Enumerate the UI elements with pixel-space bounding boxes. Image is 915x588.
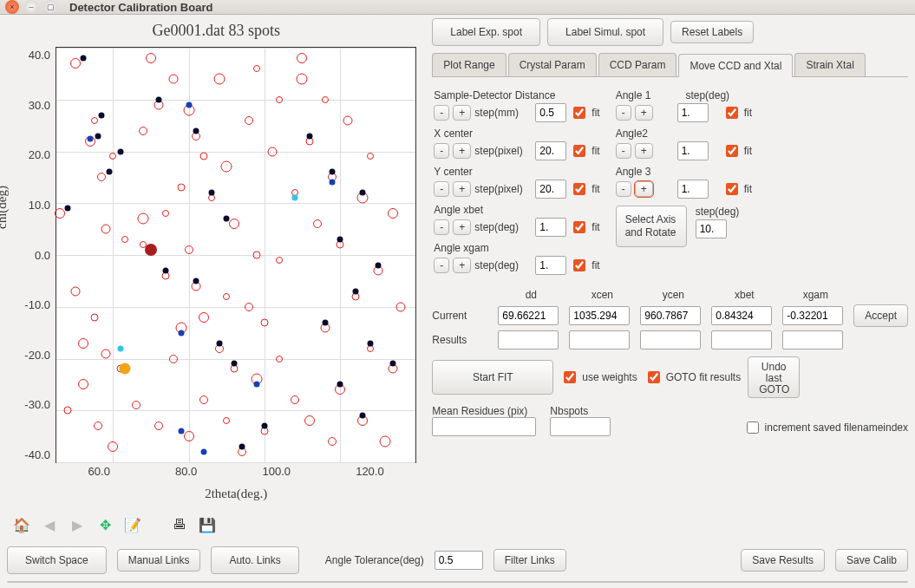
results-xbet[interactable] [711,330,772,350]
reset-labels-button[interactable]: Reset Labels [670,21,754,43]
leftparam-step-2[interactable] [535,180,566,199]
label-exp-spot-button[interactable]: Label Exp. spot [432,18,540,46]
accept-button[interactable]: Accept [853,304,908,327]
plot-point [330,180,336,186]
current-ycen[interactable] [640,306,701,325]
save-results-button[interactable]: Save Results [741,549,825,572]
home-icon[interactable]: 🏠 [12,515,31,534]
leftparam-fit-3[interactable] [573,221,585,233]
angle-minus-2[interactable]: - [616,181,631,197]
config-icon[interactable]: 🖶 [170,515,189,534]
leftparam-step-3[interactable] [535,218,566,237]
angle-minus-0[interactable]: - [616,105,631,121]
results-dd[interactable] [498,330,559,350]
leftparam-minus-2[interactable]: - [434,181,449,197]
angle-tol-input[interactable] [435,551,483,570]
use-weights-checkbox[interactable] [564,371,576,383]
window-close-icon[interactable]: × [5,0,19,14]
angle-fit-2[interactable] [726,183,738,195]
tab-ccd-param[interactable]: CCD Param [598,53,677,76]
leftparam-step-0[interactable] [535,103,566,122]
leftparam-fit-1[interactable] [573,145,585,157]
forward-icon[interactable]: ▶ [68,515,87,534]
plot-point [199,312,209,323]
increment-index-checkbox[interactable] [747,421,759,434]
angle-step-0[interactable] [677,103,709,122]
tab-move-ccd-and-xtal[interactable]: Move CCD and Xtal [678,54,793,77]
auto-links-button[interactable]: Auto. Links [211,546,298,574]
leftparam-minus-4[interactable]: - [434,258,449,273]
current-dd[interactable] [498,306,559,325]
leftparam-plus-4[interactable]: + [453,258,471,273]
leftparam-minus-3[interactable]: - [434,219,449,235]
plot-point [193,127,199,134]
results-xcen[interactable] [569,330,630,350]
tab-crystal-param[interactable]: Crystal Param [508,53,597,76]
leftparam-step-1[interactable] [535,141,566,160]
angle-plus-2[interactable]: + [635,181,653,197]
back-icon[interactable]: ◀ [40,515,59,534]
filter-links-button[interactable]: Filter Links [493,549,566,572]
plot-point [245,116,253,125]
current-xbet[interactable] [711,306,772,325]
leftparam-fit-4[interactable] [573,259,585,271]
plot-point [208,190,214,196]
start-fit-button[interactable]: Start FIT [432,360,553,395]
goto-fit-checkbox[interactable] [648,371,660,383]
leftparam-plus-1[interactable]: + [453,143,471,159]
leftparam-minus-1[interactable]: - [434,143,449,159]
save-icon[interactable]: 💾 [198,515,217,534]
goto-fit-check[interactable]: GOTO fit results [644,369,741,386]
current-xcen[interactable] [569,306,630,325]
switch-space-button[interactable]: Switch Space [7,546,107,574]
leftparam-plus-3[interactable]: + [453,219,471,235]
plot-point [118,345,124,351]
leftparam-minus-0[interactable]: - [434,105,449,121]
results-row-label: Results [432,334,493,346]
window-minimize-icon[interactable]: – [24,0,38,14]
current-xgam[interactable] [782,306,843,325]
leftparam-plus-2[interactable]: + [453,181,471,197]
leftparam-plus-0[interactable]: + [453,105,471,121]
increment-index-check[interactable]: increment saved filenameindex [743,419,908,436]
leftparam-steplabel-0: step(mm) [474,107,532,119]
plot-point [132,401,141,409]
rotate-step-input[interactable] [696,219,727,238]
undo-goto-button[interactable]: Undo last GOTO [748,356,800,398]
pan-icon[interactable]: ✥ [95,515,114,534]
plot-point [388,208,398,219]
nbspots-input[interactable] [550,417,611,436]
plot-point [99,112,105,118]
window-maximize-icon[interactable]: ▢ [43,0,57,14]
angle-step-1[interactable] [677,141,709,160]
leftparam-fit-2[interactable] [573,183,585,195]
plot-point [304,415,315,426]
plot-point [199,395,208,404]
mean-residues-input[interactable] [432,417,536,436]
save-calib-button[interactable]: Save Calib [835,549,908,572]
manual-links-button[interactable]: Manual Links [117,549,201,572]
plot-point [200,153,208,160]
results-ycen[interactable] [640,330,701,350]
plot-point [337,382,343,388]
scatter-plot[interactable] [56,47,416,463]
plot-toolbar: 🏠 ◀ ▶ ✥ 📝 🖶 💾 [7,512,425,538]
results-xgam[interactable] [782,330,843,350]
angle-step-2[interactable] [677,180,709,199]
angle-plus-1[interactable]: + [635,143,653,159]
plot-point [261,423,267,429]
leftparam-label-1: X center [434,127,599,140]
use-weights-check[interactable]: use weights [560,369,637,386]
label-simul-spot-button[interactable]: Label Simul. spot [547,18,663,46]
tab-plot-range[interactable]: Plot Range [432,53,506,76]
select-axis-rotate-button[interactable]: Select Axis and Rotate [616,206,687,247]
tab-strain-xtal[interactable]: Strain Xtal [794,53,865,76]
angle-minus-1[interactable]: - [616,143,631,159]
angle-fit-1[interactable] [726,145,738,157]
leftparam-step-4[interactable] [535,256,566,275]
leftparam-fit-0[interactable] [573,107,585,119]
angle-fit-0[interactable] [726,107,738,119]
current-row-label: Current [432,310,493,322]
angle-plus-0[interactable]: + [635,105,653,121]
edit-icon[interactable]: 📝 [123,515,142,534]
